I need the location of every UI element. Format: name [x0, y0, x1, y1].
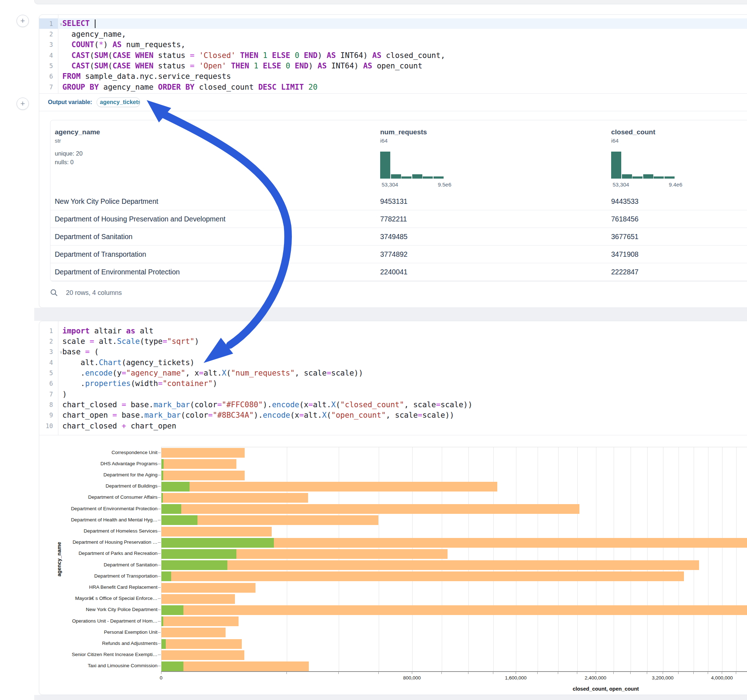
line-number: 4: [39, 357, 58, 368]
python-editor[interactable]: 1import altair as alt2scale = alt.Scale(…: [39, 321, 747, 435]
table-row[interactable]: Department of Transportation377489234719…: [50, 246, 747, 263]
closed-count-bar: [162, 482, 497, 492]
code-text: alt.Chart(agency_tickets): [58, 358, 195, 367]
gridline: [631, 447, 631, 671]
x-axis-label: 1,600,000: [505, 675, 526, 680]
table-row[interactable]: Department of Environmental Protection22…: [50, 263, 747, 281]
x-tick: [693, 671, 694, 674]
table-row[interactable]: New York City Police Department945313194…: [50, 193, 747, 210]
y-axis-label: Department of Sanitation: [39, 562, 157, 567]
y-tick: [158, 599, 161, 599]
y-tick: [158, 464, 161, 464]
open-count-bar: [162, 617, 163, 626]
histogram-min-label: 53,304: [612, 181, 629, 188]
closed-count-bar: [162, 628, 225, 637]
collapse-chevron-icon[interactable]: ∨: [60, 22, 62, 27]
y-axis-label: Correspondence Unit: [39, 450, 157, 455]
code-line[interactable]: 10chart_closed + chart_open: [39, 421, 747, 431]
table-cell: 9453131: [380, 193, 408, 210]
open-count-bar: [162, 538, 274, 548]
closed-count-bar: [162, 560, 699, 570]
code-line[interactable]: 7): [39, 389, 747, 399]
x-tick: [630, 671, 631, 674]
gridline: [694, 447, 694, 671]
gridline: [647, 447, 647, 671]
code-line[interactable]: 2 agency_name,: [39, 29, 747, 39]
histogram-bar: [412, 174, 422, 179]
line-number: 6: [39, 71, 58, 82]
histogram-bar: [434, 177, 444, 179]
y-axis-label: HRA Benefit Card Replacement: [39, 584, 157, 590]
code-line[interactable]: 1import altair as alt: [39, 326, 747, 336]
column-header[interactable]: closed_count: [611, 128, 655, 136]
code-text: SELECT: [58, 19, 95, 28]
output-variable-pill[interactable]: agency_tickets: [97, 97, 140, 107]
column-header[interactable]: num_requests: [380, 128, 427, 136]
table-row[interactable]: Department of Housing Preservation and D…: [50, 210, 747, 228]
line-number: 10: [39, 421, 58, 431]
x-tick: [537, 671, 538, 674]
histogram-min-label: 53,304: [382, 181, 398, 188]
gridline: [736, 447, 736, 671]
x-tick: [678, 671, 679, 674]
code-line[interactable]: 8chart_closed = base.mark_bar(color="#FF…: [39, 399, 747, 410]
x-tick: [442, 671, 442, 674]
code-line[interactable]: 6FROM sample_data.nyc.service_requests: [39, 71, 747, 82]
gridline: [679, 447, 679, 671]
code-line[interactable]: 2scale = alt.Scale(type="sqrt"): [39, 336, 747, 346]
code-text: ): [58, 390, 67, 398]
search-icon[interactable]: [50, 289, 58, 297]
code-line[interactable]: 6 .properties(width="container"): [39, 379, 747, 389]
histogram-bar: [391, 174, 401, 179]
y-axis-label: Department of Health and Mental Hyg…: [39, 517, 157, 522]
code-text: chart_closed + chart_open: [58, 422, 176, 430]
line-number: 9: [39, 410, 58, 421]
code-line[interactable]: 7GROUP BY agency_name ORDER BY closed_co…: [39, 82, 747, 92]
table-row[interactable]: Department of Sanitation37494853677651: [50, 228, 747, 246]
output-variable-value: agency_tickets: [100, 99, 140, 106]
collapse-chevron-icon[interactable]: ∨: [60, 350, 62, 355]
code-line[interactable]: 3 COUNT(*) AS num_requests,: [39, 39, 747, 50]
table-footer: 20 rows, 4 columns: [50, 285, 122, 300]
open-count-bar: [162, 482, 189, 492]
table-cell: 2240041: [380, 263, 408, 281]
table-cell: 3749485: [380, 228, 408, 245]
text-cursor: [95, 20, 95, 28]
y-tick: [158, 509, 161, 509]
line-number: 1: [39, 326, 58, 336]
code-text: .properties(width="container"): [58, 379, 217, 388]
x-tick: [286, 671, 287, 674]
table-cell: Department of Transportation: [55, 246, 146, 263]
x-axis-line: [161, 671, 747, 672]
column-header[interactable]: agency_name: [55, 128, 100, 136]
code-line[interactable]: 3∨base = (: [39, 347, 747, 357]
closed-count-bar: [162, 572, 684, 581]
closed-count-bar: [162, 617, 239, 626]
y-tick: [158, 486, 161, 486]
add-cell-button-top[interactable]: +: [17, 15, 29, 27]
open-count-bar: [162, 504, 181, 514]
y-tick: [158, 666, 161, 666]
code-line[interactable]: 1∨SELECT: [39, 18, 747, 29]
code-line[interactable]: 5 CAST(SUM(CASE WHEN status = 'Open' THE…: [39, 60, 747, 71]
column-type: str: [55, 137, 61, 144]
gridline: [614, 447, 614, 671]
x-tick: [736, 671, 736, 674]
add-cell-button-middle[interactable]: +: [17, 98, 29, 110]
sql-editor[interactable]: 1∨SELECT 2 agency_name,3 COUNT(*) AS num…: [39, 15, 747, 93]
table-cell: 2222847: [611, 263, 638, 281]
code-text: chart_closed = base.mark_bar(color="#FFC…: [58, 400, 472, 409]
gridline: [722, 447, 723, 671]
line-number: 2: [39, 29, 58, 39]
histogram-bar: [643, 174, 653, 179]
y-axis-label: Department of Housing Preservation …: [39, 539, 157, 545]
y-axis-label: Department of Environmental Protection: [39, 506, 157, 511]
code-line[interactable]: 4 CAST(SUM(CASE WHEN status = 'Closed' T…: [39, 50, 747, 60]
x-axis-title: closed_count, open_count: [573, 686, 639, 692]
x-tick: [412, 671, 412, 674]
table-cell: Department of Environmental Protection: [55, 263, 180, 281]
code-line[interactable]: 4 alt.Chart(agency_tickets): [39, 357, 747, 368]
code-line[interactable]: 5 .encode(y="agency_name", x=alt.X("num_…: [39, 368, 747, 378]
code-line[interactable]: 9chart_open = base.mark_bar(color="#8BC3…: [39, 410, 747, 421]
histogram-max-label: 9.4e6: [669, 181, 682, 188]
